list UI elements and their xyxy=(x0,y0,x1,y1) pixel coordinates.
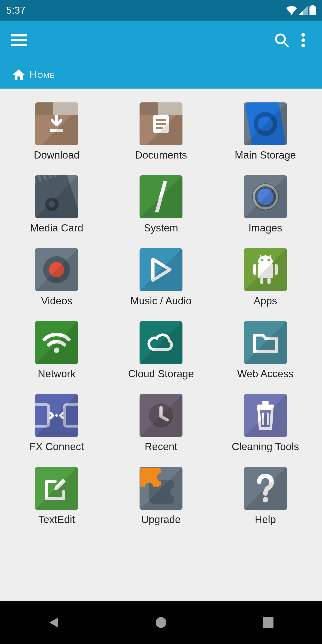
recent-icon xyxy=(140,394,182,437)
nav-recents-button[interactable] xyxy=(257,611,280,634)
more-vert-icon xyxy=(302,33,305,48)
svg-rect-41 xyxy=(263,618,274,628)
tile-cloud[interactable]: Cloud Storage xyxy=(109,321,213,380)
tile-label: Web Access xyxy=(237,368,294,380)
svg-rect-36 xyxy=(257,404,274,408)
apps-icon xyxy=(244,248,287,291)
svg-point-22 xyxy=(261,259,264,262)
tile-help[interactable]: Help xyxy=(213,467,318,526)
svg-rect-32 xyxy=(64,405,78,426)
tile-label: Apps xyxy=(254,295,277,307)
tile-label: Cleaning Tools xyxy=(232,440,299,452)
tile-cleaning[interactable]: Cleaning Tools xyxy=(213,394,318,452)
svg-point-7 xyxy=(302,33,305,37)
system-icon xyxy=(140,175,182,218)
svg-line-15 xyxy=(157,181,165,212)
tile-videos[interactable]: Videos xyxy=(4,248,109,307)
cleaning-tools-icon xyxy=(244,394,287,437)
svg-rect-3 xyxy=(11,39,27,41)
tile-apps[interactable]: Apps xyxy=(213,248,318,307)
menu-button[interactable] xyxy=(8,30,30,51)
tile-label: Videos xyxy=(41,295,72,307)
svg-point-20 xyxy=(49,262,64,277)
tile-system[interactable]: System xyxy=(109,175,213,234)
svg-rect-14 xyxy=(156,127,162,129)
svg-rect-29 xyxy=(268,278,270,284)
svg-point-18 xyxy=(258,189,274,205)
svg-point-23 xyxy=(268,259,270,262)
breadcrumb-label: Home xyxy=(30,68,55,80)
svg-line-25 xyxy=(269,255,271,256)
svg-rect-2 xyxy=(11,34,27,36)
svg-rect-26 xyxy=(253,264,256,275)
tile-mainstorage[interactable]: Main Storage xyxy=(213,102,318,161)
tile-music[interactable]: Music / Audio xyxy=(109,248,213,307)
tile-documents[interactable]: Documents xyxy=(109,102,213,161)
search-icon xyxy=(274,33,289,48)
music-icon xyxy=(140,248,182,291)
tile-label: Network xyxy=(38,368,76,380)
overflow-button[interactable] xyxy=(292,30,314,51)
breadcrumb[interactable]: Home xyxy=(0,60,322,89)
tile-label: Documents xyxy=(135,149,187,161)
wifi-icon xyxy=(286,6,297,15)
tile-mediacard[interactable]: Media Card xyxy=(4,175,109,234)
tile-label: Images xyxy=(248,222,282,234)
svg-line-6 xyxy=(284,42,288,46)
status-icons xyxy=(286,5,316,15)
home-icon xyxy=(12,68,25,80)
tile-download[interactable]: Download xyxy=(4,102,109,161)
svg-rect-12 xyxy=(156,119,166,121)
svg-point-9 xyxy=(302,44,305,48)
content: Download Documents Main Storage Media Ca… xyxy=(0,89,322,601)
tile-label: Music / Audio xyxy=(130,295,192,307)
svg-rect-0 xyxy=(310,6,316,15)
tile-label: Download xyxy=(34,149,80,161)
battery-icon xyxy=(310,5,316,15)
cloud-storage-icon xyxy=(140,321,182,364)
download-folder-icon xyxy=(35,102,78,145)
tile-label: Cloud Storage xyxy=(128,368,194,380)
network-icon xyxy=(35,321,78,364)
svg-rect-13 xyxy=(156,123,166,125)
nav-back-button[interactable] xyxy=(42,611,65,634)
fx-connect-icon xyxy=(35,394,78,437)
tile-label: FX Connect xyxy=(30,440,84,452)
svg-rect-21 xyxy=(258,263,273,278)
tile-label: TextEdit xyxy=(38,514,75,526)
home-circle-icon xyxy=(155,617,167,628)
tile-recent[interactable]: Recent xyxy=(109,394,213,452)
tile-label: Recent xyxy=(145,440,177,452)
svg-rect-4 xyxy=(11,44,27,46)
tile-label: Main Storage xyxy=(235,149,296,161)
action-bar xyxy=(0,20,322,60)
tile-label: Upgrade xyxy=(141,514,181,526)
tile-images[interactable]: Images xyxy=(213,175,318,234)
svg-point-8 xyxy=(302,38,305,42)
svg-rect-27 xyxy=(274,264,278,275)
svg-rect-28 xyxy=(260,278,264,284)
tile-fxconnect[interactable]: FX Connect xyxy=(4,394,109,452)
tile-upgrade[interactable]: Upgrade xyxy=(109,467,213,526)
textedit-icon xyxy=(35,467,78,510)
system-nav-bar xyxy=(0,601,322,644)
media-card-icon xyxy=(35,175,78,218)
hamburger-icon xyxy=(11,34,27,46)
tile-label: System xyxy=(144,222,178,234)
status-clock: 5:37 xyxy=(6,5,26,16)
tile-webaccess[interactable]: Web Access xyxy=(213,321,318,380)
status-bar: 5:37 xyxy=(0,0,322,20)
tile-network[interactable]: Network xyxy=(4,321,109,380)
svg-point-40 xyxy=(156,617,166,628)
videos-icon xyxy=(35,248,78,291)
nav-home-button[interactable] xyxy=(150,611,172,634)
svg-line-24 xyxy=(260,255,262,256)
svg-point-30 xyxy=(54,348,59,353)
svg-rect-1 xyxy=(311,5,314,7)
main-storage-icon xyxy=(244,102,287,145)
search-button[interactable] xyxy=(271,30,292,51)
svg-rect-10 xyxy=(50,129,63,132)
tile-label: Help xyxy=(255,514,276,526)
web-access-icon xyxy=(244,321,287,364)
tile-textedit[interactable]: TextEdit xyxy=(4,467,109,526)
